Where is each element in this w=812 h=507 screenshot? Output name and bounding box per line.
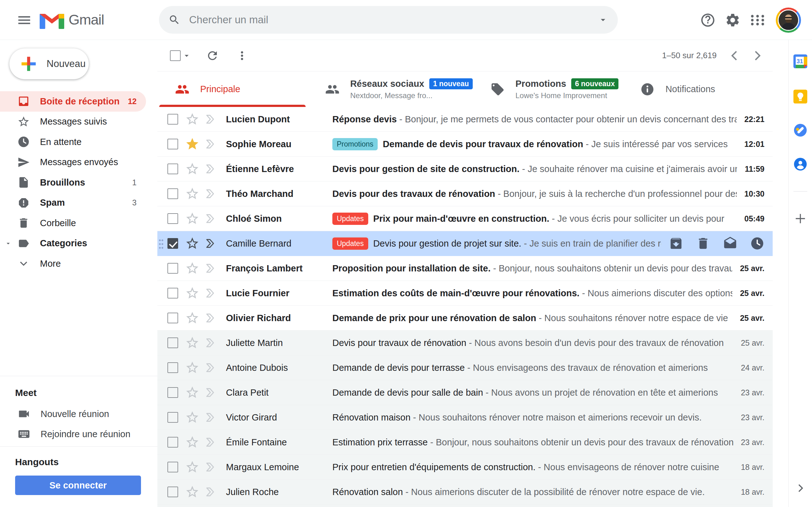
sidebar-item-new-meeting[interactable]: Nouvelle réunion bbox=[0, 404, 157, 424]
email-row[interactable]: Théo Marchand Devis pour des travaux de … bbox=[157, 181, 773, 206]
email-row[interactable]: Chloé Simon Updates Prix pour main-d'œuv… bbox=[157, 206, 773, 231]
sidebar-item-label: Messages envoyés bbox=[40, 157, 118, 167]
email-subject-snippet: Devis pour travaux de rénovation - Nous … bbox=[333, 338, 733, 348]
more-vert-icon[interactable] bbox=[236, 49, 249, 62]
email-row[interactable]: Lucie Fournier Estimation des coûts de m… bbox=[157, 281, 773, 306]
email-checkbox[interactable] bbox=[167, 188, 178, 199]
email-row[interactable]: Pauline Lefebvre Estimation peinture - N… bbox=[157, 504, 773, 507]
search-input[interactable] bbox=[189, 14, 598, 26]
email-row[interactable]: Victor Girard Rénovation maison - Nous s… bbox=[157, 405, 773, 430]
tab-primary[interactable]: Principale bbox=[157, 71, 307, 107]
star-icon[interactable] bbox=[185, 435, 200, 449]
sidebar-item-categories[interactable]: Categories bbox=[0, 233, 146, 254]
star-icon[interactable] bbox=[185, 112, 200, 126]
email-row[interactable]: Juliette Martin Devis pour travaux de ré… bbox=[157, 331, 773, 355]
star-icon[interactable] bbox=[185, 460, 200, 474]
sidebar-item-inbox[interactable]: Boite de réception 12 bbox=[0, 91, 146, 112]
email-checkbox[interactable] bbox=[167, 437, 178, 448]
star-filled-icon[interactable] bbox=[185, 137, 200, 151]
drag-handle[interactable] bbox=[159, 238, 163, 249]
email-checkbox[interactable] bbox=[167, 387, 178, 398]
star-icon[interactable] bbox=[185, 261, 200, 276]
email-checkbox[interactable] bbox=[167, 114, 178, 124]
hamburger-icon[interactable] bbox=[16, 12, 32, 28]
select-caret-icon[interactable] bbox=[182, 51, 191, 60]
star-icon[interactable] bbox=[185, 162, 200, 176]
compose-button[interactable]: Nouveau bbox=[9, 48, 89, 79]
chevron-right-icon[interactable] bbox=[794, 482, 806, 494]
apps-grid-icon[interactable] bbox=[750, 12, 765, 28]
tasks-icon[interactable] bbox=[794, 123, 807, 137]
sidebar-item-sent[interactable]: Messages envoyés bbox=[0, 152, 146, 173]
sidebar-item-snoozed[interactable]: En attente bbox=[0, 132, 146, 152]
sidebar-item-drafts[interactable]: Brouillons 1 bbox=[0, 172, 146, 193]
star-icon[interactable] bbox=[185, 385, 200, 400]
sidebar-item-join-meeting[interactable]: Rejoindre une réunion bbox=[0, 424, 157, 444]
keep-icon[interactable] bbox=[794, 90, 807, 104]
contacts-icon[interactable] bbox=[794, 157, 807, 171]
email-row[interactable]: Julien Roche Rénovation salon - Nous aim… bbox=[157, 480, 773, 504]
email-checkbox[interactable] bbox=[167, 313, 178, 323]
email-checkbox[interactable] bbox=[167, 288, 178, 298]
email-checkbox[interactable] bbox=[167, 462, 178, 472]
calendar-icon[interactable]: 31 bbox=[794, 54, 807, 68]
email-checkbox[interactable] bbox=[167, 412, 178, 423]
star-icon[interactable] bbox=[185, 410, 200, 425]
email-row[interactable]: Clara Petit Demande de devis pour salle … bbox=[157, 380, 773, 405]
email-row[interactable]: Margaux Lemoine Prix pour entretien d'éq… bbox=[157, 455, 773, 480]
email-checkbox[interactable] bbox=[167, 238, 178, 249]
sidebar-item-spam[interactable]: Spam 3 bbox=[0, 193, 146, 213]
email-row[interactable]: Antoine Dubois Demande de devis pour ter… bbox=[157, 355, 773, 380]
email-time: 25 avr. bbox=[740, 264, 764, 273]
tab-social[interactable]: Réseaux sociaux1 nouveau Nextdoor, Messa… bbox=[307, 71, 473, 107]
email-checkbox[interactable] bbox=[167, 213, 178, 224]
delete-button[interactable] bbox=[696, 236, 710, 251]
email-row[interactable]: Camille Bernard Updates Devis pour gesti… bbox=[157, 231, 773, 256]
star-icon[interactable] bbox=[185, 311, 200, 325]
search-icon[interactable] bbox=[168, 14, 180, 26]
hangouts-signin-button[interactable]: Se connecter bbox=[15, 475, 141, 495]
email-checkbox[interactable] bbox=[167, 263, 178, 274]
snooze-button[interactable] bbox=[750, 236, 764, 251]
email-checkbox[interactable] bbox=[167, 487, 178, 497]
gmail-logo[interactable]: Gmail bbox=[40, 10, 104, 29]
help-icon[interactable] bbox=[700, 12, 716, 28]
email-checkbox[interactable] bbox=[167, 139, 178, 150]
expand-caret-icon[interactable] bbox=[4, 240, 12, 247]
archive-button[interactable] bbox=[669, 236, 683, 251]
search-bar[interactable] bbox=[159, 6, 618, 34]
search-options-caret-icon[interactable] bbox=[598, 14, 608, 25]
tab-promotions[interactable]: Promotions6 nouveaux Lowe's Home Improve… bbox=[473, 71, 623, 107]
plus-icon[interactable] bbox=[794, 212, 807, 226]
email-row[interactable]: Lucien Dupont Réponse devis - Bonjour, j… bbox=[157, 107, 773, 132]
sidebar: Nouveau Boite de réception 12 Messages s… bbox=[0, 40, 157, 507]
next-page-chevron-icon[interactable] bbox=[750, 48, 764, 63]
gear-icon[interactable] bbox=[725, 12, 741, 28]
email-row[interactable]: Émile Fontaine Estimation prix terrasse … bbox=[157, 430, 773, 455]
star-icon[interactable] bbox=[185, 360, 200, 375]
sidebar-item-starred[interactable]: Messages suivis bbox=[0, 112, 146, 132]
star-icon[interactable] bbox=[185, 236, 200, 251]
tab-notifications[interactable]: Notifications bbox=[622, 71, 773, 107]
email-row[interactable]: François Lambert Proposition pour instal… bbox=[157, 256, 773, 281]
email-checkbox[interactable] bbox=[167, 164, 178, 174]
star-icon[interactable] bbox=[185, 186, 200, 201]
sidebar-item-more[interactable]: More bbox=[0, 253, 146, 274]
select-all-checkbox[interactable] bbox=[170, 50, 181, 61]
email-row[interactable]: Olivier Richard Demande de prix pour une… bbox=[157, 306, 773, 331]
avatar[interactable] bbox=[776, 8, 801, 33]
star-icon[interactable] bbox=[185, 336, 200, 350]
email-checkbox[interactable] bbox=[167, 337, 178, 348]
star-icon[interactable] bbox=[185, 211, 200, 226]
email-checkbox[interactable] bbox=[167, 362, 178, 373]
email-subject-snippet: Devis pour gestion de site de constructi… bbox=[333, 164, 737, 174]
sidebar-item-trash[interactable]: Corbeille bbox=[0, 213, 146, 233]
refresh-icon[interactable] bbox=[206, 49, 219, 62]
prev-page-chevron-icon[interactable] bbox=[727, 48, 742, 63]
star-icon[interactable] bbox=[185, 286, 200, 300]
mark-read-button[interactable] bbox=[723, 236, 738, 251]
email-row[interactable]: Sophie Moreau Promotions Demande de devi… bbox=[157, 132, 773, 157]
email-row[interactable]: Étienne Lefèvre Devis pour gestion de si… bbox=[157, 157, 773, 181]
star-icon[interactable] bbox=[185, 485, 200, 499]
email-subject-snippet: Réponse devis - Bonjour, je me permets d… bbox=[333, 114, 737, 124]
